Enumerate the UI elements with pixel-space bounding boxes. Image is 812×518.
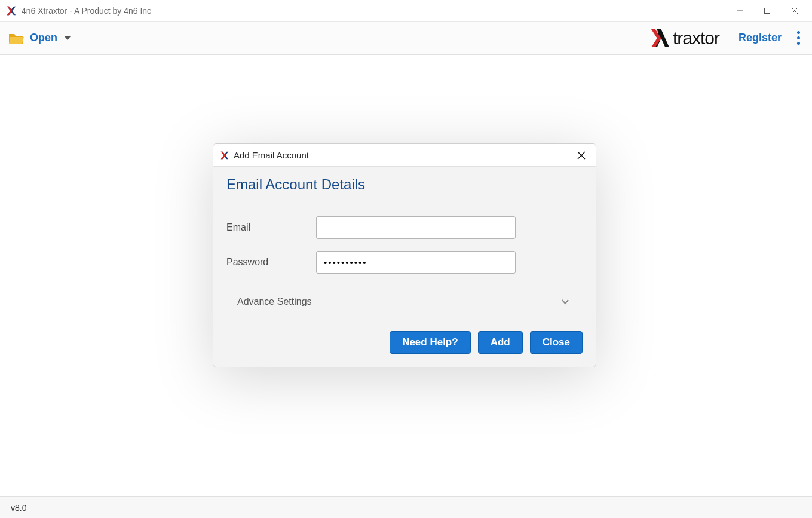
password-label: Password	[226, 257, 316, 268]
close-window-button[interactable]	[781, 0, 808, 22]
dialog-footer: Need Help? Add Close	[213, 324, 596, 367]
x-logo-icon	[650, 29, 670, 47]
window-controls	[726, 0, 808, 22]
chevron-down-icon	[561, 298, 569, 306]
folder-icon	[8, 32, 24, 45]
toolbar-left: Open	[8, 32, 71, 45]
dialog-icon	[220, 151, 229, 160]
svg-rect-1	[765, 8, 770, 13]
dialog-titlebar: Add Email Account	[213, 144, 596, 167]
advance-settings-toggle[interactable]: Advance Settings	[226, 286, 583, 318]
advance-settings-label: Advance Settings	[237, 296, 561, 307]
app-icon	[6, 5, 17, 16]
dialog-close-button[interactable]	[574, 148, 589, 163]
add-email-account-dialog: Add Email Account Email Account Details …	[213, 143, 596, 367]
brand-logo: traxtor	[650, 28, 719, 48]
maximize-button[interactable]	[753, 0, 781, 22]
statusbar-separator	[35, 502, 35, 513]
minimize-button[interactable]	[726, 0, 753, 22]
version-label: v8.0	[11, 503, 26, 513]
status-bar: v8.0	[0, 496, 812, 518]
password-field[interactable]	[316, 251, 516, 274]
dialog-title: Add Email Account	[234, 150, 574, 160]
more-menu-button[interactable]	[793, 27, 804, 48]
window-titlebar: 4n6 Xtraxtor - A Product by 4n6 Inc	[0, 0, 812, 22]
dialog-heading: Email Account Details	[226, 176, 583, 193]
open-label: Open	[30, 32, 57, 44]
main-content: Add Email Account Email Account Details …	[0, 55, 812, 496]
add-button[interactable]: Add	[478, 331, 523, 354]
email-field[interactable]	[316, 216, 516, 239]
email-label: Email	[226, 222, 316, 233]
toolbar: Open traxtor Register	[0, 22, 812, 55]
dialog-header: Email Account Details	[213, 167, 596, 203]
register-link[interactable]: Register	[739, 32, 782, 44]
open-menu-button[interactable]: Open	[8, 32, 71, 45]
window-title: 4n6 Xtraxtor - A Product by 4n6 Inc	[22, 6, 726, 16]
close-button[interactable]: Close	[530, 331, 583, 354]
chevron-down-icon	[65, 36, 71, 40]
need-help-button[interactable]: Need Help?	[390, 331, 471, 354]
dialog-body: Email Password Advance Settings	[213, 203, 596, 324]
toolbar-right: traxtor Register	[650, 27, 804, 48]
brand-text: traxtor	[673, 28, 719, 48]
